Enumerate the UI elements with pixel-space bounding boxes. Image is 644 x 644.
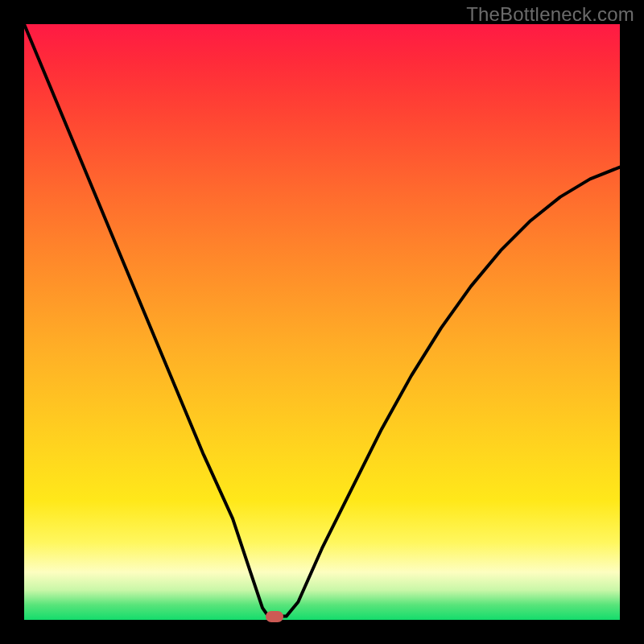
optimum-marker	[266, 611, 283, 622]
chart-frame: TheBottleneck.com	[0, 0, 644, 644]
bottleneck-curve	[24, 24, 620, 620]
plot-area	[24, 24, 620, 620]
curve-path	[24, 24, 620, 617]
watermark-text: TheBottleneck.com	[466, 3, 634, 26]
